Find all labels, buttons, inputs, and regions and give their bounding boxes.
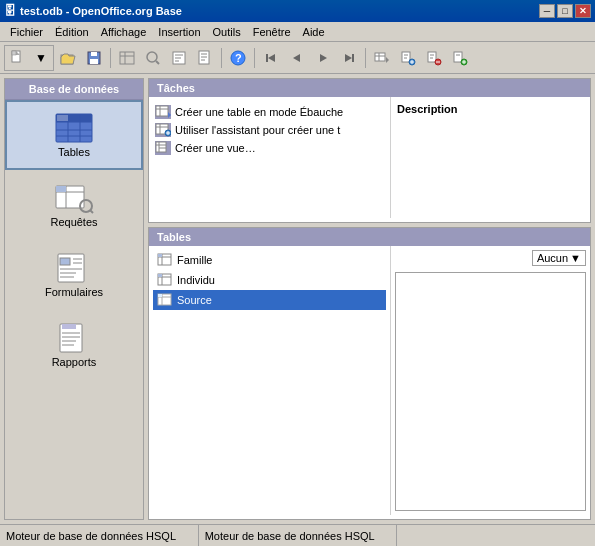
menu-fichier[interactable]: Fichier	[4, 24, 49, 40]
svg-rect-38	[428, 52, 436, 62]
right-panel: Tâches Créer une table en mode Ébauche U…	[148, 78, 591, 520]
task-label-3: Créer une vue…	[175, 142, 256, 154]
toolbar-sep-3	[254, 48, 255, 68]
task-label-2: Utiliser l'assistant pour créer une t	[175, 124, 340, 136]
svg-marker-22	[268, 54, 275, 62]
form-button[interactable]	[167, 46, 191, 70]
svg-rect-96	[158, 274, 162, 277]
title-bar-controls: ─ □ ✕	[539, 4, 591, 18]
minimize-button[interactable]: ─	[539, 4, 555, 18]
task-icon-2	[155, 123, 171, 137]
table-item-individu[interactable]: Individu	[153, 270, 386, 290]
svg-point-10	[147, 52, 157, 62]
save-button[interactable]	[82, 46, 106, 70]
table-name-source: Source	[177, 294, 212, 306]
task-item-2[interactable]: Utiliser l'assistant pour créer une t	[155, 121, 384, 139]
report-button[interactable]	[193, 46, 217, 70]
table-item-famille[interactable]: Famille	[153, 250, 386, 270]
svg-line-61	[90, 210, 93, 213]
svg-rect-28	[375, 53, 385, 61]
tables-right-panel: Aucun ▼	[390, 246, 590, 515]
tables-label: Tables	[58, 146, 90, 158]
table-icon-individu	[157, 273, 173, 287]
requetes-icon	[54, 182, 94, 214]
tables-top-right: Aucun ▼	[395, 250, 586, 266]
menu-aide[interactable]: Aide	[297, 24, 331, 40]
toolbar-sep-2	[221, 48, 222, 68]
insert3-button[interactable]	[422, 46, 446, 70]
new-button[interactable]	[5, 46, 29, 70]
close-button[interactable]: ✕	[575, 4, 591, 18]
sidebar-item-requetes[interactable]: Requêtes	[5, 170, 143, 240]
task-item-3[interactable]: Créer une vue…	[155, 139, 384, 157]
description-panel: Description	[390, 97, 590, 218]
sidebar-item-tables[interactable]: Tables	[5, 100, 143, 170]
sidebar: Base de données Tables	[4, 78, 144, 520]
task-icon-3	[155, 141, 171, 155]
tables-icon	[54, 112, 94, 144]
svg-rect-63	[60, 258, 70, 265]
table-button[interactable]	[115, 46, 139, 70]
insert1-button[interactable]	[370, 46, 394, 70]
insert4-button[interactable]	[448, 46, 472, 70]
tb-dropdown[interactable]: ▼	[29, 46, 53, 70]
app-icon: 🗄	[4, 4, 16, 18]
tasks-content: Créer une table en mode Ébauche Utiliser…	[149, 97, 590, 218]
svg-marker-24	[293, 54, 300, 62]
tasks-header: Tâches	[149, 79, 590, 97]
table-icon-source	[157, 293, 173, 307]
title-bar-title: 🗄 test.odb - OpenOffice.org Base	[4, 4, 182, 18]
status-middle: Moteur de base de données HSQL	[199, 525, 398, 546]
dropdown-arrow-icon: ▼	[570, 252, 581, 264]
menu-insertion[interactable]: Insertion	[152, 24, 206, 40]
svg-rect-6	[90, 59, 98, 64]
menu-affichage[interactable]: Affichage	[95, 24, 153, 40]
title-bar: 🗄 test.odb - OpenOffice.org Base ─ □ ✕	[0, 0, 595, 22]
toolbar-new-group: ▼	[4, 45, 54, 71]
menu-fenetre[interactable]: Fenêtre	[247, 24, 297, 40]
open-button[interactable]	[56, 46, 80, 70]
maximize-button[interactable]: □	[557, 4, 573, 18]
menu-outils[interactable]: Outils	[207, 24, 247, 40]
formulaires-label: Formulaires	[45, 286, 103, 298]
svg-line-11	[156, 61, 159, 64]
help-button[interactable]: ?	[226, 46, 250, 70]
svg-rect-7	[120, 52, 134, 64]
nav-last[interactable]	[337, 46, 361, 70]
svg-rect-59	[56, 186, 66, 192]
sidebar-header: Base de données	[5, 79, 143, 100]
tables-dropdown[interactable]: Aucun ▼	[532, 250, 586, 266]
sidebar-item-formulaires[interactable]: Formulaires	[5, 240, 143, 310]
rapports-label: Rapports	[52, 356, 97, 368]
svg-rect-43	[454, 52, 462, 62]
nav-first[interactable]	[259, 46, 283, 70]
main-area: Base de données Tables	[0, 74, 595, 524]
tables-content: Famille Individu Source	[149, 246, 590, 515]
menu-edition[interactable]: Édition	[49, 24, 95, 40]
query-button[interactable]	[141, 46, 165, 70]
svg-marker-25	[320, 54, 327, 62]
svg-rect-5	[91, 52, 97, 56]
tables-panel-header: Tables	[149, 228, 590, 246]
task-icon-1	[155, 105, 171, 119]
requetes-label: Requêtes	[50, 216, 97, 228]
svg-rect-70	[62, 324, 76, 329]
status-right	[397, 525, 595, 546]
nav-prev[interactable]	[285, 46, 309, 70]
insert2-button[interactable]	[396, 46, 420, 70]
nav-next[interactable]	[311, 46, 335, 70]
task-item-1[interactable]: Créer une table en mode Ébauche	[155, 103, 384, 121]
svg-rect-23	[266, 54, 268, 62]
sidebar-item-rapports[interactable]: Rapports	[5, 310, 143, 380]
table-item-source[interactable]: Source	[153, 290, 386, 310]
window-title: test.odb - OpenOffice.org Base	[20, 5, 182, 17]
toolbar-sep-1	[110, 48, 111, 68]
tables-preview-box	[395, 272, 586, 511]
table-name-famille: Famille	[177, 254, 212, 266]
toolbar-sep-4	[365, 48, 366, 68]
tables-panel: Tables Famille Individu	[148, 227, 591, 520]
svg-rect-100	[158, 294, 162, 297]
tasks-panel: Tâches Créer une table en mode Ébauche U…	[148, 78, 591, 223]
status-bar: Moteur de base de données HSQL Moteur de…	[0, 524, 595, 546]
svg-rect-32	[402, 52, 410, 62]
